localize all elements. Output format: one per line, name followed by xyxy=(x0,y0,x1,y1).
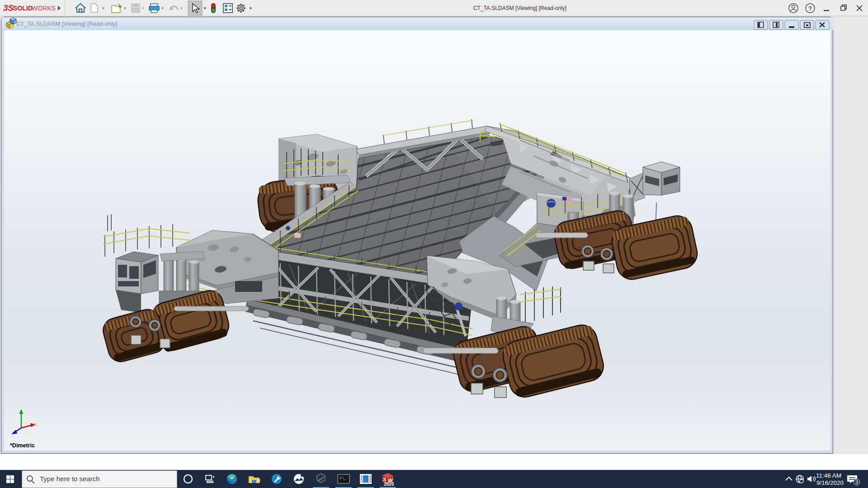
svg-text:Type here to search: Type here to search xyxy=(40,475,100,483)
svg-text:x: x xyxy=(34,422,37,427)
svg-text:*Dimetric: *Dimetric xyxy=(10,442,35,449)
svg-text:SOLID: SOLID xyxy=(13,5,33,12)
svg-text:9/16/2020: 9/16/2020 xyxy=(816,479,844,486)
svg-text:2020: 2020 xyxy=(384,482,394,487)
svg-text:?: ? xyxy=(808,5,812,12)
svg-text:3S: 3S xyxy=(3,3,14,13)
svg-text:11:46 AM: 11:46 AM xyxy=(816,472,841,479)
svg-text:C:\_: C:\_ xyxy=(340,476,345,480)
svg-text:WORKS: WORKS xyxy=(32,5,56,12)
svg-text:3: 3 xyxy=(855,479,858,485)
